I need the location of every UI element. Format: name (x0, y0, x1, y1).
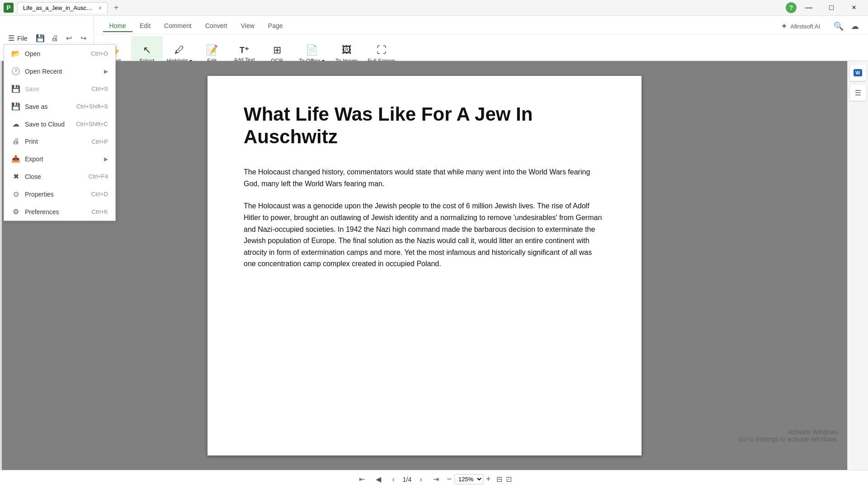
pdf-area[interactable]: What Life Was Like For A Jew In Auschwit… (2, 61, 847, 470)
edit-icon: 📝 (206, 44, 218, 56)
save-shortcut: Ctrl+S (92, 85, 108, 92)
print-shortcut: Ctrl+P (92, 138, 108, 145)
title-bar-left: P Life_as_a_Jew_in_Auschw... × + (4, 2, 122, 13)
menu-item-properties[interactable]: ⊙ Properties Ctrl+D (4, 185, 115, 203)
toolbar: ☰ File 💾 🖨 ↩ ↪ Home Edit Comment Convert… (0, 16, 868, 61)
pdf-paragraph-1: The Holocaust changed history, commentat… (244, 166, 605, 189)
open-recent-arrow: ▶ (104, 68, 108, 75)
close-button[interactable]: × (844, 0, 864, 16)
open-recent-label: Open Recent (25, 68, 62, 75)
zoom-in-button[interactable]: + (486, 474, 491, 484)
properties-label: Properties (25, 191, 54, 198)
export-label: Export (25, 155, 43, 163)
last-page-button[interactable]: ⇥ (430, 473, 442, 485)
close-shortcut: Ctrl+F4 (89, 173, 108, 180)
panel-icon: ☰ (855, 89, 861, 97)
menu-item-export[interactable]: 📤 Export ▶ (4, 150, 115, 168)
save-toolbar-button[interactable]: 💾 (34, 32, 47, 45)
fit-buttons: ⊟ ⊡ (496, 475, 512, 483)
tab-convert[interactable]: Convert (199, 20, 234, 32)
sidebar-right: W ☰ (847, 61, 868, 470)
tab-edit[interactable]: Edit (133, 20, 157, 32)
add-tab-button[interactable]: + (111, 3, 122, 13)
active-tab[interactable]: Life_as_a_Jew_in_Auschw... × (17, 2, 108, 13)
activate-watermark: Activate Windows Go to Settings to activ… (738, 428, 838, 443)
save-cloud-icon: ☁ (11, 120, 20, 128)
ocr-icon: ⊞ (273, 44, 281, 56)
select-icon: ↖ (143, 44, 151, 56)
fit-page-button[interactable]: ⊡ (506, 475, 512, 483)
save-as-icon: 💾 (11, 102, 20, 111)
search-button[interactable]: 🔍 (834, 21, 844, 31)
undo-button[interactable]: ↩ (63, 32, 75, 45)
to-image-icon: 🖼 (342, 44, 352, 56)
preferences-icon: ⚙ (11, 207, 20, 216)
preferences-label: Preferences (25, 208, 59, 216)
tab-page[interactable]: Page (262, 20, 289, 32)
next-page-step-button[interactable]: ‹ (389, 474, 397, 485)
save-icon: 💾 (11, 84, 20, 93)
tab-home[interactable]: Home (103, 20, 132, 32)
fit-width-button[interactable]: ⊟ (496, 475, 502, 483)
ai-button[interactable]: ✦ Afirstsoft AI (774, 19, 826, 34)
redo-button[interactable]: ↪ (77, 32, 90, 45)
full-screen-icon: ⛶ (377, 44, 387, 56)
save-as-label: Save as (25, 103, 48, 110)
print-label: Print (25, 138, 38, 145)
file-menu-dropdown: 📂 Open Ctrl+O 🕐 Open Recent ▶ 💾 Save Ctr… (4, 44, 116, 221)
minimize-button[interactable]: — (798, 0, 819, 16)
export-icon: 📤 (11, 155, 20, 163)
menu-item-save-cloud[interactable]: ☁ Save to Cloud Ctrl+Shift+C (4, 115, 115, 133)
prev-page-button[interactable]: ◀ (373, 473, 384, 485)
tab-title: Life_as_a_Jew_in_Auschw... (23, 5, 95, 11)
panel-icon-button[interactable]: ☰ (850, 84, 866, 101)
menu-item-print[interactable]: 🖨 Print Ctrl+P (4, 133, 115, 150)
open-icon: 📂 (11, 49, 20, 58)
title-bar: P Life_as_a_Jew_in_Auschw... × + ? — □ × (0, 0, 868, 16)
properties-icon: ⊙ (11, 190, 20, 198)
cloud-upload-button[interactable]: ☁ (851, 21, 859, 31)
title-bar-right: ? — □ × (786, 0, 864, 16)
main-layout: What Life Was Like For A Jew In Auschwit… (0, 61, 868, 470)
menu-item-open-recent[interactable]: 🕐 Open Recent ▶ (4, 62, 115, 80)
status-bar: ⇤ ◀ ‹ 1/4 › ⇥ − 125% 100% 75% 150% + ⊟ ⊡ (0, 470, 868, 488)
menu-item-preferences[interactable]: ⚙ Preferences Ctrl+K (4, 203, 115, 221)
preferences-shortcut: Ctrl+K (92, 208, 108, 215)
open-label: Open (25, 50, 40, 57)
word-panel-button[interactable]: W (850, 65, 866, 81)
page-info: 1/4 (403, 476, 411, 483)
file-menu-button[interactable]: ☰ File (4, 32, 32, 44)
menu-item-open[interactable]: 📂 Open Ctrl+O (4, 45, 115, 62)
menu-item-save: 💾 Save Ctrl+S (4, 80, 115, 98)
menu-item-save-as[interactable]: 💾 Save as Ctrl+Shift+S (4, 98, 115, 115)
add-text-icon: T⁺ (240, 45, 249, 55)
word-badge: W (854, 69, 862, 76)
activate-title: Activate Windows (738, 428, 838, 436)
prev-page-step-button[interactable]: › (417, 474, 425, 485)
go-first-page-button[interactable]: ⇤ (356, 473, 368, 485)
hamburger-icon: ☰ (8, 34, 14, 42)
tab-view[interactable]: View (235, 20, 261, 32)
tab-close-button[interactable]: × (99, 5, 102, 11)
file-label: File (17, 35, 28, 42)
to-office-icon: 📄 (306, 44, 318, 56)
menu-item-close[interactable]: ✖ Close Ctrl+F4 (4, 168, 115, 185)
zoom-out-button[interactable]: − (447, 474, 452, 484)
zoom-section: − 125% 100% 75% 150% + (447, 474, 491, 484)
ai-label: Afirstsoft AI (790, 23, 820, 30)
highlight-icon: 🖊 (175, 44, 184, 56)
print-menu-icon: 🖨 (11, 137, 20, 145)
zoom-select[interactable]: 125% 100% 75% 150% (454, 474, 483, 484)
maximize-button[interactable]: □ (821, 0, 842, 16)
ai-star-icon: ✦ (781, 21, 788, 31)
app-icon: P (4, 3, 14, 13)
close-icon: ✖ (11, 172, 20, 181)
activate-sub: Go to Settings to activate Windows. (738, 436, 838, 443)
save-cloud-shortcut: Ctrl+Shift+C (76, 121, 108, 127)
export-arrow: ▶ (104, 156, 108, 162)
tab-comment[interactable]: Comment (158, 20, 198, 32)
pdf-paragraph-2: The Holocaust was a genocide upon the Je… (244, 200, 605, 270)
open-shortcut: Ctrl+O (91, 50, 108, 57)
print-toolbar-button[interactable]: 🖨 (48, 32, 61, 45)
save-cloud-label: Save to Cloud (25, 121, 65, 128)
